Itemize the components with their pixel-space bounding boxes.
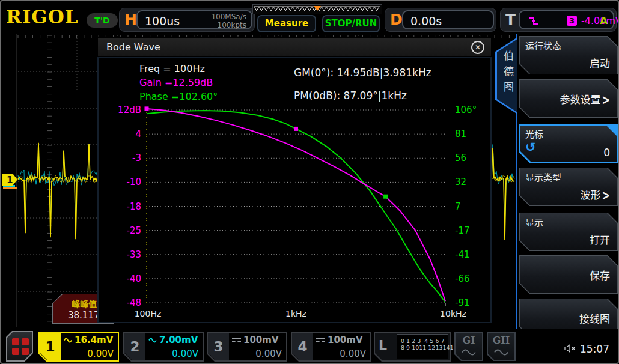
preview-zigzag-icon: [253, 5, 382, 14]
channel-offset: 0.00V: [340, 348, 366, 359]
menu-grid-button[interactable]: [6, 331, 33, 362]
menu-value: 接线图: [579, 311, 610, 326]
svg-text:81: 81: [455, 129, 466, 139]
trigger-mode: A: [600, 15, 608, 26]
sine-icon: [462, 347, 476, 358]
svg-text:56: 56: [455, 153, 466, 163]
channel-scale: 16.4mV: [75, 335, 113, 345]
bode-wave-dialog: Bode Wave ✕ Freq = 100Hz Gain =12.59dB P…: [97, 37, 492, 323]
sine-icon: [494, 347, 508, 358]
menu-value: 参数设置: [560, 94, 601, 106]
menu-label: 显示类型: [525, 171, 561, 183]
stop-run-button[interactable]: STOP/RUN: [322, 15, 380, 32]
svg-text:-33: -33: [127, 249, 142, 260]
timebase-display: 100us 100MSa/s 100kpts: [136, 10, 252, 29]
svg-text:-17: -17: [455, 225, 470, 236]
logic-channels-button[interactable]: L 0 1 2 3 4 5 6 78 9 1011 12131415: [374, 332, 451, 362]
svg-text:-3: -3: [132, 153, 141, 163]
bottom-bar: 1 16.4mV 0.00V 2 7.00mV 0.00V 3 100mV 0.…: [1, 329, 618, 364]
svg-text:-10: -10: [127, 177, 142, 187]
chevron-right-icon: >: [602, 92, 610, 108]
trigger-source-badge: 3: [567, 16, 577, 26]
svg-text:106°: 106°: [455, 105, 477, 115]
svg-text:-91: -91: [455, 297, 470, 308]
svg-text:10kHz: 10kHz: [440, 309, 466, 318]
svg-text:7: 7: [455, 201, 461, 212]
channel-offset: 0.00V: [255, 348, 282, 359]
menu-item-display[interactable]: 显示 打开: [519, 213, 618, 251]
generator-1-label: GI: [454, 335, 483, 346]
close-icon[interactable]: ✕: [471, 41, 484, 54]
svg-text:-66: -66: [455, 273, 470, 284]
delay-display: 0.00s: [402, 10, 494, 29]
timebase-value: 100us: [145, 14, 180, 28]
menu-item-display-type[interactable]: 显示类型 波形>: [519, 168, 618, 206]
dialog-title: Bode Wave: [106, 41, 160, 53]
measure-button[interactable]: Measure: [257, 15, 316, 32]
channel-offset: 0.00V: [172, 348, 198, 359]
svg-text:4: 4: [135, 129, 141, 139]
svg-text:12dB: 12dB: [118, 105, 141, 115]
channel1-marker[interactable]: 1: [1, 169, 19, 191]
menu-label: 运行状态: [525, 39, 561, 52]
channel-3-button[interactable]: 3 100mV 0.00V: [207, 332, 287, 362]
time-display: 15:07: [580, 343, 609, 355]
menu-item-save[interactable]: 保存: [519, 255, 618, 294]
menu-item-param-setup[interactable]: 参数设置>: [519, 79, 618, 118]
trigger-group[interactable]: T 3 -4.00mV A: [500, 8, 617, 32]
generator-2-label: GII: [487, 335, 516, 346]
tab-bode-diagram[interactable]: 伯德图: [495, 37, 517, 114]
sample-info: 100MSa/s 100kpts: [211, 13, 246, 29]
menu-item-cursor[interactable]: 光标 ↺ 0: [519, 124, 618, 163]
clock-area: 15:07: [564, 343, 609, 355]
svg-text:-18: -18: [127, 201, 142, 212]
dc-coupling-icon: [316, 338, 325, 343]
trigger-display: 3 -4.00mV A: [519, 10, 614, 29]
waveform-preview-strip[interactable]: [252, 4, 382, 14]
channel-1-button[interactable]: 1 16.4mV 0.00V: [38, 332, 119, 362]
svg-text:-25: -25: [127, 225, 142, 236]
svg-text:-48: -48: [127, 297, 142, 308]
channel-scale: 100mV: [243, 335, 279, 345]
generator-2-button[interactable]: GII: [487, 332, 516, 361]
rigol-logo: RIGOL: [6, 6, 79, 28]
oscilloscope-screen: 1 峰峰值1 38.117mV RIGOL T'D H 100us 100MSa…: [0, 0, 619, 364]
channel-offset: 0.00V: [87, 348, 114, 359]
trigger-status-badge: T'D: [87, 13, 118, 28]
channel-4-button[interactable]: 4 100mV 0.00V: [291, 332, 371, 362]
bode-chart: 12dB106°481-356-1032-187-25-17-33-41-40-…: [99, 58, 490, 323]
svg-text:32: 32: [455, 177, 466, 187]
delay-group[interactable]: D 0.00s: [385, 8, 496, 32]
svg-text:1: 1: [7, 175, 13, 186]
channel-scale: 7.00mV: [159, 335, 198, 345]
menu-label: 显示: [525, 216, 543, 228]
generator-1-button[interactable]: GI: [454, 332, 483, 361]
menu-value: 打开: [590, 232, 610, 247]
menu-value: 0: [603, 147, 610, 159]
logic-label: L: [379, 338, 387, 353]
menu-label: 光标: [525, 127, 543, 140]
dialog-body: Freq = 100Hz Gain =12.59dB Phase =102.60…: [97, 57, 492, 323]
svg-text:-40: -40: [127, 273, 142, 284]
menu-item-run-state[interactable]: 运行状态 启动: [519, 36, 618, 74]
horizontal-label: H: [124, 11, 137, 28]
dc-coupling-icon: [232, 338, 241, 343]
tab-label: 伯德图: [501, 50, 516, 97]
menu-value: 保存: [590, 267, 610, 282]
sample-rate: 100MSa/s: [211, 13, 246, 21]
svg-text:-41: -41: [455, 249, 470, 260]
menu-value: 启动: [590, 55, 610, 70]
horizontal-group[interactable]: H 100us 100MSa/s 100kpts: [119, 8, 255, 32]
chevron-right-icon: >: [602, 187, 610, 204]
speaker-muted-icon: [564, 343, 576, 355]
channel-2-button[interactable]: 2 7.00mV 0.00V: [123, 332, 204, 362]
falling-edge-icon: [528, 16, 539, 29]
menu-grid-icon: [12, 338, 29, 355]
svg-text:100Hz: 100Hz: [135, 309, 162, 318]
channel-scale: 100mV: [328, 335, 363, 345]
memory-depth: 100kpts: [211, 21, 246, 29]
dialog-title-bar[interactable]: Bode Wave ✕: [97, 37, 492, 57]
delay-value: 0.00s: [410, 14, 442, 28]
ac-coupling-icon: [64, 335, 72, 345]
menu-value: 波形: [581, 189, 601, 201]
